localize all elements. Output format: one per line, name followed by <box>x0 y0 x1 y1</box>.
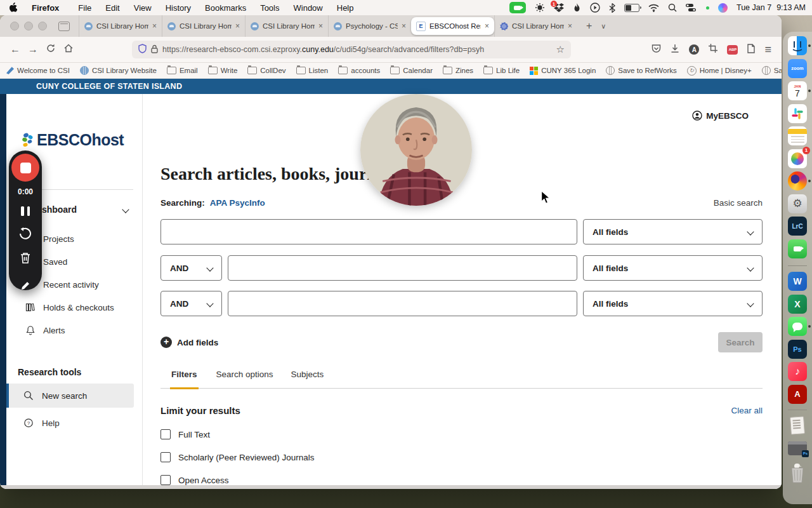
menu-file[interactable]: File <box>78 3 91 13</box>
pocket-icon[interactable] <box>652 44 661 56</box>
tab-filters[interactable]: Filters <box>170 368 199 389</box>
notes-dock-icon[interactable] <box>788 126 807 145</box>
checkbox-open-access[interactable] <box>160 475 171 485</box>
tab-subjects[interactable]: Subjects <box>291 368 324 388</box>
tab-csi-library-2[interactable]: CSI Library Home × <box>162 15 245 37</box>
minimize-window-button[interactable] <box>24 22 33 30</box>
menu-bookmarks[interactable]: Bookmarks <box>205 3 246 13</box>
field-select-1[interactable]: All fields <box>583 219 763 244</box>
tab-csi-library-3[interactable]: CSI Library Home × <box>245 15 328 37</box>
downloads-icon[interactable] <box>671 44 679 56</box>
back-button[interactable]: ← <box>6 44 24 55</box>
tracking-shield-icon[interactable] <box>138 44 147 55</box>
pause-recording-button[interactable] <box>21 206 30 216</box>
checkbox-scholarly[interactable] <box>160 452 171 462</box>
slack-dock-icon[interactable] <box>788 104 807 123</box>
zoom-window-button[interactable] <box>38 22 47 30</box>
address-bar[interactable]: https://research-ebsco-com.csi.ezproxy.c… <box>132 41 571 58</box>
bookmark-folder-lib-life[interactable]: Lib Life <box>483 67 520 74</box>
siri-icon[interactable] <box>718 3 728 13</box>
bluetooth-icon[interactable] <box>609 3 615 13</box>
list-tabs-chevron-icon[interactable]: ∨ <box>601 22 606 30</box>
bookmark-refworks-1[interactable]: Save to RefWorks <box>606 66 676 75</box>
lightroom-dock-icon[interactable]: LrC <box>788 217 807 236</box>
bookmark-folder-calendar[interactable]: Calendar <box>390 67 433 74</box>
tab-ebscohost-active[interactable]: E EBSCOhost Research Da × <box>411 17 494 35</box>
apple-menu-icon[interactable] <box>9 3 18 13</box>
tab-csi-library-1[interactable]: CSI Library Home × <box>79 15 162 37</box>
stop-recording-button[interactable] <box>11 154 39 182</box>
new-tab-button[interactable]: + <box>586 20 592 32</box>
bookmark-star-icon[interactable]: ☆ <box>556 44 565 55</box>
draw-tool-icon[interactable] <box>20 281 30 290</box>
field-select-2[interactable]: All fields <box>583 255 763 281</box>
bookmark-csi-library[interactable]: CSI Library Website <box>80 66 157 75</box>
sidebar-item-dashboard[interactable]: Dashboard <box>30 198 136 221</box>
filter-scholarly[interactable]: Scholarly (Peer Reviewed) Journals <box>160 452 315 462</box>
search-input-1[interactable] <box>160 219 577 244</box>
bookmark-folder-accounts[interactable]: accounts <box>338 67 380 74</box>
add-fields-button[interactable]: + Add fields <box>160 337 218 348</box>
delete-recording-button[interactable] <box>20 251 31 264</box>
screenshot-crop-icon[interactable] <box>709 44 717 55</box>
word-dock-icon[interactable]: W <box>788 272 807 291</box>
tab-csi-library-7ja[interactable]: CSI Library Home - 7 Ja × <box>494 15 577 37</box>
sun-app-icon[interactable] <box>535 3 545 13</box>
close-tab-icon[interactable]: × <box>402 22 406 30</box>
music-dock-icon[interactable]: ♪ <box>788 362 807 381</box>
home-button[interactable] <box>60 44 77 55</box>
tab-psychology[interactable]: Psychology - CSI Librar × <box>328 15 411 37</box>
page-extension-icon[interactable] <box>747 44 755 56</box>
menu-app-name[interactable]: Firefox <box>32 3 59 13</box>
excel-dock-icon[interactable]: X <box>788 295 807 314</box>
spotlight-icon[interactable] <box>668 3 677 12</box>
sidebar-item-help[interactable]: ? Help <box>6 411 134 434</box>
photos-dock-icon[interactable]: 1 <box>788 149 807 168</box>
minimized-window-thumbnail[interactable]: Ps <box>788 441 807 455</box>
bookmark-disney-plus[interactable]: ↻Home | Disney+ <box>687 66 752 76</box>
system-settings-dock-icon[interactable]: ⚙ <box>788 194 807 213</box>
flame-icon[interactable] <box>573 3 581 13</box>
bookmark-folder-colldev[interactable]: CollDev <box>247 67 285 74</box>
app-menu-icon[interactable]: ≡ <box>764 43 771 57</box>
tab-search-options[interactable]: Search options <box>216 368 273 388</box>
battery-icon[interactable] <box>624 4 639 12</box>
finder-dock-icon[interactable] <box>788 36 807 55</box>
close-tab-icon[interactable]: × <box>485 22 489 30</box>
photoshop-dock-icon[interactable]: Ps <box>788 340 807 359</box>
trash-dock-icon[interactable] <box>788 462 807 484</box>
filter-full-text[interactable]: Full Text <box>160 429 210 439</box>
play-circle-icon[interactable] <box>590 3 600 13</box>
firefox-dock-icon[interactable] <box>788 171 807 190</box>
adblock-icon[interactable]: ABP <box>727 45 738 55</box>
acrobat-dock-icon[interactable]: A <box>788 385 807 404</box>
clear-all-link[interactable]: Clear all <box>731 406 763 415</box>
menu-bar-clock[interactable]: Tue Jan 7 9:13 AM <box>737 3 806 12</box>
downloads-stack-icon[interactable] <box>788 416 807 435</box>
close-window-button[interactable] <box>10 22 19 30</box>
calendar-dock-icon[interactable]: JAN 7 <box>788 81 807 100</box>
restart-recording-button[interactable] <box>18 227 32 241</box>
sidebar-item-alerts[interactable]: Alerts <box>6 319 142 342</box>
search-input-2[interactable] <box>228 255 577 281</box>
close-tab-icon[interactable]: × <box>235 22 240 30</box>
basic-search-link[interactable]: Basic search <box>714 198 763 208</box>
wifi-icon[interactable] <box>648 4 659 12</box>
messages-dock-icon[interactable] <box>788 317 807 336</box>
search-button[interactable]: Search <box>718 332 763 352</box>
bookmark-refworks-2[interactable]: Save to RefWorks <box>762 66 782 75</box>
menu-history[interactable]: History <box>166 3 191 13</box>
filter-open-access[interactable]: Open Access <box>160 475 229 485</box>
control-center-icon[interactable] <box>686 4 697 11</box>
bookmark-folder-email[interactable]: Email <box>167 67 198 74</box>
menu-help[interactable]: Help <box>337 3 354 13</box>
zoom-dock-icon[interactable]: zoom <box>788 59 807 78</box>
checkbox-full-text[interactable] <box>160 429 171 439</box>
close-tab-icon[interactable]: × <box>318 22 323 30</box>
menu-tools[interactable]: Tools <box>260 3 279 13</box>
boolean-select-2[interactable]: AND <box>160 255 222 281</box>
lock-icon[interactable] <box>151 44 158 55</box>
dropbox-icon[interactable]: 1 <box>554 3 564 12</box>
bookmark-folder-listen[interactable]: Listen <box>296 67 329 74</box>
bookmark-cuny-365[interactable]: CUNY 365 Login <box>530 67 596 75</box>
